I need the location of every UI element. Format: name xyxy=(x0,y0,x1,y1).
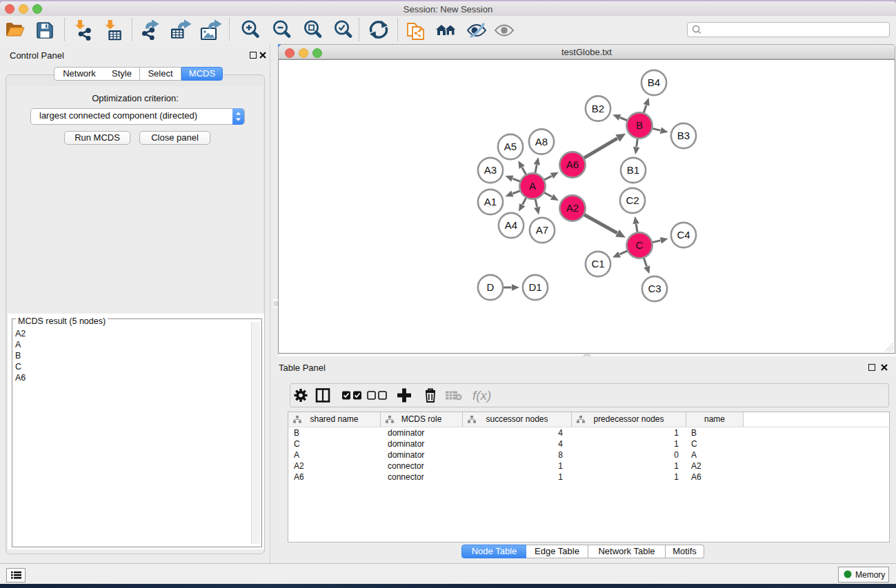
svg-text:A6: A6 xyxy=(566,159,579,170)
svg-text:A3: A3 xyxy=(484,164,497,176)
svg-text:B1: B1 xyxy=(627,164,639,176)
svg-text:C4: C4 xyxy=(677,229,690,241)
svg-text:A4: A4 xyxy=(505,219,517,231)
svg-text:B3: B3 xyxy=(677,130,690,141)
svg-text:A7: A7 xyxy=(536,224,548,236)
svg-text:C2: C2 xyxy=(626,194,639,206)
svg-text:A2: A2 xyxy=(566,202,579,214)
svg-text:A5: A5 xyxy=(504,141,517,152)
svg-text:B2: B2 xyxy=(592,103,604,114)
svg-text:B4: B4 xyxy=(648,77,660,88)
svg-text:D1: D1 xyxy=(528,281,541,293)
svg-text:f(x): f(x) xyxy=(472,388,491,403)
svg-text:C1: C1 xyxy=(591,258,604,270)
svg-text:A: A xyxy=(529,180,536,192)
svg-text:C3: C3 xyxy=(648,283,661,294)
svg-text:A8: A8 xyxy=(535,136,548,148)
svg-text:A1: A1 xyxy=(484,196,497,207)
svg-text:C: C xyxy=(636,239,644,251)
svg-text:D: D xyxy=(487,281,495,293)
svg-text:B: B xyxy=(636,119,643,131)
